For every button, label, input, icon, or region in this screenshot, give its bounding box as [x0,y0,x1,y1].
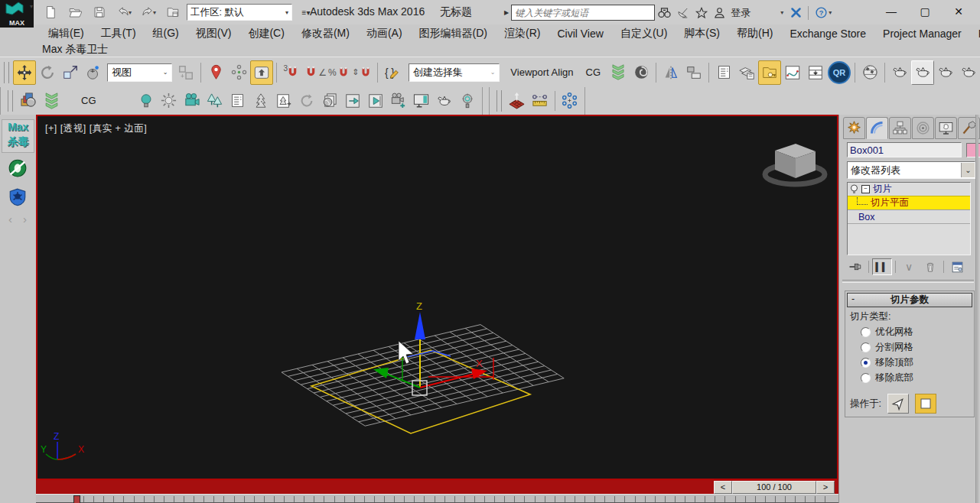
toolbar-drag-handle[interactable] [497,90,502,112]
autodesk-x-icon[interactable] [788,4,804,22]
red-grid-arrow-button[interactable] [506,89,529,113]
help-icon[interactable] [812,4,830,22]
light-bulb-button[interactable] [135,89,158,113]
radio-split-mesh[interactable]: 分割网格 [861,341,974,354]
configure-modifier-sets-button[interactable] [947,258,967,275]
toolbar-drag-handle[interactable] [8,90,13,112]
menu-customize[interactable]: 自定义(U) [612,25,676,42]
favorites-star-icon[interactable] [692,4,711,22]
frame-display-button[interactable]: 100 / 100 [732,481,816,494]
mirror-button[interactable] [659,60,682,85]
rollout-collapse-icon[interactable]: - [851,294,855,304]
edit-named-selection-sets-button[interactable] [381,60,404,85]
camera-button[interactable] [181,89,203,113]
undo-button[interactable]: ▾ [113,2,135,22]
use-pivot-center-button[interactable] [174,60,197,85]
keyframe-marker[interactable] [73,495,80,503]
minimize-button[interactable]: — [874,0,908,23]
align-button[interactable] [682,60,705,85]
redo-button[interactable]: ▾ [138,2,159,22]
object-name-field[interactable]: Box001 [847,142,962,157]
menu-graph-editors[interactable]: 图形编辑器(D) [411,25,496,42]
menu-max-antivirus[interactable]: Max 杀毒卫士 [40,41,116,58]
visibility-bulb-icon[interactable] [850,184,858,194]
measure-tape-button[interactable] [529,89,552,113]
scene-explorer-button[interactable] [735,60,758,85]
project-folder-button[interactable] [162,2,184,22]
select-and-scale-button[interactable] [59,60,82,85]
keyboard-override-toggle[interactable] [250,60,273,85]
remove-modifier-button[interactable] [920,258,940,275]
help-caret-icon[interactable]: ▾ [829,9,832,16]
chevrons-plugin-button[interactable] [607,60,630,85]
antivirus-shield-icon[interactable] [7,187,28,208]
stack-row-box[interactable]: Box [848,210,970,224]
menu-exchange-store[interactable]: Exchange Store [781,25,874,42]
operate-on-faces-button[interactable] [887,394,909,414]
radio-icon[interactable] [861,342,871,352]
snap-toggle-3d-button[interactable]: 3 [280,60,303,85]
menu-tools[interactable]: 工具(T) [93,25,145,42]
viewport-canvas[interactable]: Z X Z Y X [37,116,837,479]
camera-add-button[interactable] [387,89,410,113]
named-selection-set-dropdown[interactable]: 创建选择集 ⌄ [409,63,500,82]
pager-right-icon[interactable]: › [23,213,27,226]
sign-in-caret-icon[interactable]: ▾ [780,9,783,16]
search-icon[interactable] [655,4,674,22]
chevrons-plugin-button-2[interactable] [40,89,63,113]
radio-icon-selected[interactable] [861,358,871,368]
schematic-view-button[interactable] [804,60,827,85]
menu-animation[interactable]: 动画(A) [358,25,411,42]
sun-light-button[interactable] [158,89,181,113]
menu-civil-view[interactable]: Civil View [549,25,611,42]
radio-remove-top[interactable]: 移除顶部 [861,356,974,369]
stack-row-slice[interactable]: − 切片 [848,183,970,196]
angle-snap-toggle-button[interactable]: ∠ [303,60,327,85]
rendered-frame-window-button[interactable] [888,60,911,85]
curve-editor-button[interactable] [781,60,804,85]
toolbar-drag-handle[interactable] [4,62,9,83]
search-input[interactable] [512,8,654,18]
menu-project-manager[interactable]: Project Manager [874,25,970,42]
refresh-button[interactable] [295,89,318,113]
tab-create[interactable] [843,117,865,139]
sphere-stack-button[interactable] [318,89,341,113]
new-scene-button[interactable] [40,2,61,22]
search-expand-icon[interactable]: ▶ [502,4,511,22]
workspace-selector[interactable]: 工作区: 默认 ▾ [187,4,292,21]
panel-scrollbar[interactable] [975,115,978,503]
perspective-viewport[interactable]: [+] [透视] [真实 + 边面] Z X [36,115,838,480]
view-cube[interactable] [765,144,825,184]
open-file-button[interactable] [64,2,86,22]
select-and-rotate-button[interactable] [36,60,59,85]
tab-hierarchy[interactable] [889,117,911,139]
render-setup-button[interactable] [858,60,881,85]
menu-phoenix-fd[interactable]: Phoenix FD [970,25,980,42]
material-layers-button[interactable] [17,89,40,113]
render-plugin-swirl-button[interactable] [630,60,653,85]
pine-tree-button[interactable] [249,89,272,113]
reference-coordinate-dropdown[interactable]: 视图 ⌄ [107,63,172,82]
viewport-align-button[interactable]: Viewport Align [504,67,579,78]
pin-stack-button[interactable] [845,258,865,275]
menu-scripting[interactable]: 脚本(S) [676,25,728,42]
stack-collapse-icon[interactable]: − [861,185,870,193]
menu-views[interactable]: 视图(V) [187,25,240,42]
modifier-list-dropdown[interactable]: 修改器列表 ⌄ [847,161,975,179]
spinner-snap-toggle-button[interactable]: ⇕ [351,60,374,85]
save-file-button[interactable] [89,2,110,22]
monitor-button[interactable] [410,89,433,113]
application-menu-button[interactable]: MAX ▾ [0,0,34,28]
antivirus-scan-icon[interactable] [7,157,28,179]
select-and-manipulate-button[interactable] [204,60,227,85]
communication-center-icon[interactable] [674,4,692,22]
percent-snap-toggle-button[interactable]: % [327,60,351,85]
rollout-header[interactable]: - 切片参数 [847,293,972,307]
menu-create[interactable]: 创建(C) [239,25,292,42]
radio-icon[interactable] [861,373,871,383]
render-in-cloud-button[interactable] [957,60,980,85]
time-slider[interactable]: < 100 / 100 > [36,480,838,494]
cg-plugin-button[interactable]: CG [63,95,115,106]
make-unique-button[interactable]: ∨ [899,258,919,275]
menu-help[interactable]: 帮助(H) [728,25,781,42]
